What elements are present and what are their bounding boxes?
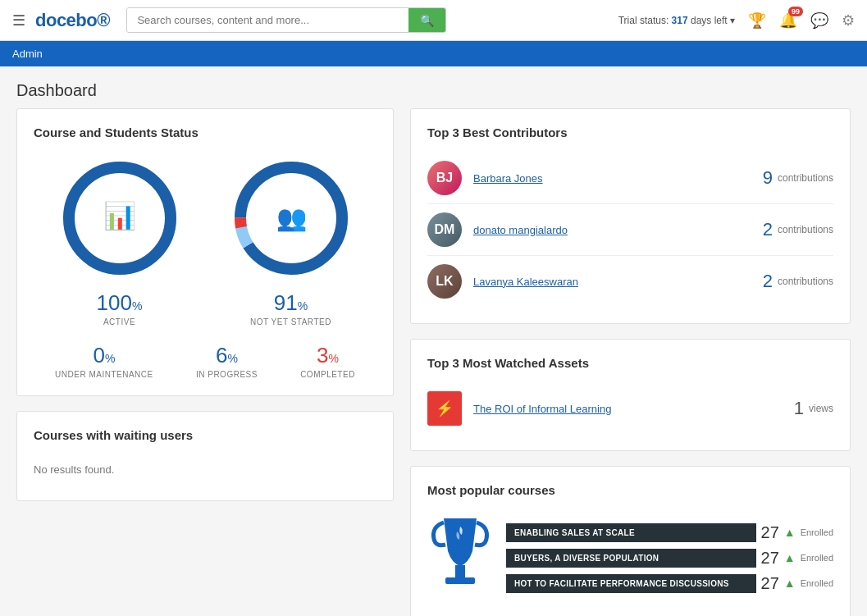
logo-text: docebo bbox=[35, 10, 97, 31]
trial-status: Trial status: 317 days left ▾ bbox=[618, 15, 735, 26]
active-label: ACTIVE bbox=[54, 317, 185, 326]
right-column: Top 3 Best Contributors BJ Barbara Jones… bbox=[410, 108, 851, 616]
notifications-icon[interactable]: 🔔 99 bbox=[779, 11, 797, 30]
contribution-count-donato: 2 bbox=[763, 219, 773, 240]
course-name-2: BUYERS, A DIVERSE POPULATION bbox=[506, 549, 756, 568]
search-bar: 🔍 bbox=[126, 7, 446, 33]
trial-days: 317 bbox=[672, 15, 688, 26]
assets-title: Top 3 Most Watched Assets bbox=[427, 356, 833, 370]
contribution-label-lavanya: contributions bbox=[778, 276, 833, 287]
course-bars: ENABLING SALES AT SCALE 27 ▲ Enrolled BU… bbox=[506, 523, 833, 593]
avatar-lavanya: LK bbox=[427, 264, 462, 299]
asset-icon-1: ⚡ bbox=[427, 391, 462, 426]
stats-grid: 0% UNDER MAINTENANCE 6% IN PROGRESS 3% C… bbox=[34, 343, 376, 379]
page-title: Dashboard bbox=[16, 81, 97, 99]
notification-badge: 99 bbox=[788, 7, 803, 16]
svg-text:📊: 📊 bbox=[103, 200, 136, 231]
course-donut: 📊 100% ACTIVE bbox=[54, 153, 185, 326]
course-bar-row-2: BUYERS, A DIVERSE POPULATION 27 ▲ Enroll… bbox=[506, 549, 833, 568]
page-header: Dashboard bbox=[0, 66, 867, 108]
contribution-label-barbara: contributions bbox=[778, 172, 833, 184]
svg-text:👥: 👥 bbox=[276, 203, 307, 233]
nav-right: Trial status: 317 days left ▾ 🏆 🔔 99 💬 ⚙ bbox=[618, 11, 855, 30]
svg-rect-8 bbox=[455, 565, 465, 577]
avatar-barbara: BJ bbox=[427, 161, 462, 195]
asset-views-label-1: views bbox=[809, 403, 833, 414]
enrolled-label-3: Enrolled bbox=[801, 578, 833, 588]
maintenance-stat: 0% UNDER MAINTENANCE bbox=[55, 343, 153, 379]
course-count-3: 27 bbox=[761, 574, 779, 593]
popular-courses-card: Most popular courses bbox=[410, 466, 851, 616]
maintenance-label: UNDER MAINTENANCE bbox=[55, 370, 153, 379]
course-name-3: HOT TO FACILITATE PERFORMANCE DISCUSSION… bbox=[506, 574, 756, 593]
students-donut-svg: 👥 bbox=[226, 153, 357, 284]
avatar-donato: DM bbox=[427, 212, 462, 247]
course-count-2: 27 bbox=[761, 549, 779, 568]
not-started-percent: 91 bbox=[274, 290, 298, 315]
trophy-svg bbox=[427, 510, 493, 592]
contributor-row-3: LK Lavanya Kaleeswaran 2 contributions bbox=[427, 256, 833, 307]
logo-dot: ® bbox=[97, 10, 110, 31]
course-name-1: ENABLING SALES AT SCALE bbox=[506, 523, 756, 542]
in-progress-percent: 6 bbox=[216, 343, 227, 367]
completed-percent: 3 bbox=[317, 343, 328, 367]
contribution-count-lavanya: 2 bbox=[763, 271, 773, 292]
in-progress-label: IN PROGRESS bbox=[196, 370, 258, 379]
completed-label: COMPLETED bbox=[300, 370, 355, 379]
search-input[interactable] bbox=[127, 8, 408, 32]
students-donut: 👥 91% NOT YET STARTED bbox=[226, 153, 357, 326]
asset-views-1: 1 bbox=[794, 398, 804, 419]
left-column: Course and Students Status 📊 100% ACTI bbox=[16, 108, 394, 616]
assets-card: Top 3 Most Watched Assets ⚡ The ROI of I… bbox=[410, 339, 851, 451]
contributors-card: Top 3 Best Contributors BJ Barbara Jones… bbox=[410, 108, 851, 324]
completed-stat: 3% COMPLETED bbox=[300, 343, 355, 379]
main-content: Course and Students Status 📊 100% ACTI bbox=[0, 108, 867, 616]
waiting-users-card: Courses with waiting users No results fo… bbox=[16, 411, 394, 501]
contribution-label-donato: contributions bbox=[778, 224, 833, 235]
no-results-text: No results found. bbox=[34, 455, 376, 484]
in-progress-stat: 6% IN PROGRESS bbox=[196, 343, 258, 379]
active-percent: 100 bbox=[97, 290, 132, 315]
search-button[interactable]: 🔍 bbox=[408, 8, 445, 32]
asset-row-1: ⚡ The ROI of Informal Learning 1 views bbox=[427, 383, 833, 434]
top-navigation: ☰ docebo ® 🔍 Trial status: 317 days left… bbox=[0, 0, 867, 41]
admin-bar: Admin bbox=[0, 41, 867, 66]
contribution-count-barbara: 9 bbox=[763, 167, 773, 189]
waiting-users-title: Courses with waiting users bbox=[34, 428, 376, 442]
course-status-card: Course and Students Status 📊 100% ACTI bbox=[16, 108, 394, 396]
course-bar-row-3: HOT TO FACILITATE PERFORMANCE DISCUSSION… bbox=[506, 574, 833, 593]
contributors-title: Top 3 Best Contributors bbox=[427, 125, 833, 139]
contributor-row-2: DM donato mangialardo 2 contributions bbox=[427, 204, 833, 256]
course-status-title: Course and Students Status bbox=[34, 125, 376, 139]
settings-icon[interactable]: ⚙ bbox=[842, 11, 855, 30]
contributor-name-lavanya[interactable]: Lavanya Kaleeswaran bbox=[473, 276, 763, 288]
asset-name-1[interactable]: The ROI of Informal Learning bbox=[473, 403, 794, 415]
search-icon: 🔍 bbox=[420, 14, 434, 27]
enrolled-label-2: Enrolled bbox=[801, 553, 833, 563]
popular-courses-title: Most popular courses bbox=[427, 483, 833, 497]
hamburger-icon[interactable]: ☰ bbox=[12, 11, 25, 30]
logo: docebo ® bbox=[35, 10, 110, 31]
course-count-1: 27 bbox=[761, 523, 779, 542]
trophy-area: ENABLING SALES AT SCALE 27 ▲ Enrolled BU… bbox=[427, 510, 833, 605]
chevron-down-icon[interactable]: ▾ bbox=[730, 15, 735, 26]
chat-icon[interactable]: 💬 bbox=[810, 11, 828, 30]
trophy-nav-icon[interactable]: 🏆 bbox=[748, 11, 766, 30]
contributor-name-barbara[interactable]: Barbara Jones bbox=[473, 172, 763, 185]
admin-label: Admin bbox=[12, 48, 43, 60]
up-arrow-1: ▲ bbox=[784, 526, 796, 539]
maintenance-percent: 0 bbox=[93, 343, 104, 367]
status-charts: 📊 100% ACTIVE bbox=[34, 153, 376, 326]
up-arrow-3: ▲ bbox=[784, 577, 796, 590]
enrolled-label-1: Enrolled bbox=[801, 527, 833, 537]
contributor-name-donato[interactable]: donato mangialardo bbox=[473, 224, 763, 236]
course-donut-svg: 📊 bbox=[54, 153, 185, 284]
svg-rect-9 bbox=[445, 577, 475, 584]
not-started-label: NOT YET STARTED bbox=[226, 317, 357, 326]
trophy-icon bbox=[427, 510, 493, 605]
contributor-row-1: BJ Barbara Jones 9 contributions bbox=[427, 153, 833, 204]
up-arrow-2: ▲ bbox=[784, 551, 796, 564]
course-bar-row-1: ENABLING SALES AT SCALE 27 ▲ Enrolled bbox=[506, 523, 833, 542]
